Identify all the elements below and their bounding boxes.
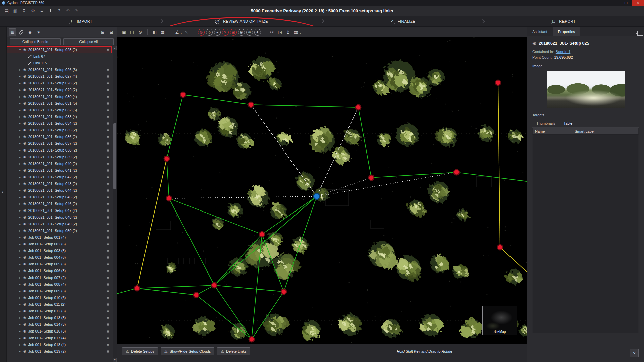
tree-expand-arrow-icon[interactable]: ▸ (18, 135, 22, 138)
import-data-icon[interactable]: ↧ (20, 7, 28, 15)
setup-marker-tool-icon[interactable]: ◎ (198, 29, 205, 36)
open-project-icon[interactable]: ▥ (11, 7, 19, 15)
tree-item[interactable]: ▸◉Job 001- Setup 002 (6)▣ (7, 241, 112, 247)
tree-item[interactable]: ▸◉Job 001- Setup 010 (6)▣ (7, 294, 112, 301)
bundle-view-icon[interactable]: ▦ (9, 28, 16, 36)
setup-node[interactable] (194, 292, 199, 298)
tree-item[interactable]: ▸◉Job 001- Setup 014 (3)▣ (7, 321, 112, 328)
tree-expand-arrow-icon[interactable]: ▾ (18, 48, 22, 51)
workflow-tab-import[interactable]: ↧IMPORT (0, 16, 161, 26)
setup-node[interactable] (454, 170, 459, 175)
workflow-tab-review[interactable]: ⊙REVIEW AND OPTIMIZE (161, 16, 322, 26)
setup-node[interactable] (164, 156, 169, 161)
tree-expand-arrow-icon[interactable]: ▸ (18, 229, 22, 232)
setup-node[interactable] (166, 196, 172, 201)
collapse-all-button[interactable]: Collapse All (63, 38, 114, 45)
tree-expand-arrow-icon[interactable]: ▸ (18, 109, 22, 112)
sidebar-collapse-gutter[interactable]: ◂ (0, 27, 7, 362)
split-view-icon[interactable]: ◧ (151, 28, 159, 36)
tree-item[interactable]: ▸◉20180621_J01- Setup 047 (2)▣ (7, 207, 112, 214)
targets-tab-thumbnails[interactable]: Thumbnails (532, 120, 559, 127)
tree-expand-arrow-icon[interactable]: ▸ (18, 129, 22, 132)
tree-expand-arrow-icon[interactable]: ▸ (18, 276, 22, 279)
tree-expand-arrow-icon[interactable]: ▸ (18, 290, 22, 293)
layout-menu-icon-caret-icon[interactable]: ▾ (300, 32, 301, 35)
tree-item[interactable]: ▸◉20180621_J01- Setup 032 (5)▣ (7, 107, 112, 113)
tree-expand-arrow-icon[interactable]: ▸ (18, 169, 22, 172)
cloud-tool-icon[interactable]: ☁ (214, 29, 221, 36)
tree-expand-arrow-icon[interactable]: ▸ (18, 176, 22, 179)
tree-item[interactable]: ▸◉20180621_J01- Setup 043 (2)▣ (7, 180, 112, 187)
tree-item[interactable]: ▸◉Job 001- Setup 018 (4)▣ (7, 341, 112, 348)
tree-expand-arrow-icon[interactable]: ▸ (18, 82, 22, 85)
setup-node[interactable] (495, 80, 501, 85)
info-icon[interactable]: ℹ (46, 7, 54, 15)
expand-all-icon[interactable]: ⊞ (99, 28, 106, 36)
setup-node[interactable] (497, 245, 503, 250)
tree-expand-arrow-icon[interactable]: ▸ (18, 149, 22, 152)
scroll-up-icon[interactable]: ▲ (113, 46, 117, 50)
tree-item[interactable]: ▸◉Job 001- Setup 011 (2)▣ (7, 301, 112, 308)
measure-icon-caret-icon[interactable]: ▾ (181, 32, 182, 35)
fit-view-icon[interactable]: ◳ (276, 28, 284, 36)
tree-item[interactable]: ▸◉20180621_J01- Setup 037 (2)▣ (7, 140, 112, 147)
panel-tab-assistant[interactable]: Assistant (527, 27, 553, 36)
redo-icon[interactable]: ↷ (72, 7, 80, 15)
close-button[interactable]: × (632, 0, 644, 6)
workflow-tab-report[interactable]: ▤REPORT (483, 16, 644, 26)
tree-expand-arrow-icon[interactable]: ▸ (18, 122, 22, 125)
tree-expand-arrow-icon[interactable]: ▸ (18, 75, 22, 78)
matrix-view-icon[interactable]: ▦ (159, 28, 167, 36)
undo-icon[interactable]: ↶ (64, 7, 72, 15)
pointer-icon[interactable]: ↖ (183, 28, 191, 36)
optimize-icon[interactable]: ✶ (35, 28, 42, 36)
scroll-down-icon[interactable]: ▼ (113, 358, 117, 362)
bundle-link[interactable]: Bundle 1 (556, 50, 570, 54)
copy-view-icon[interactable]: ▣ (120, 28, 128, 36)
tree-item[interactable]: ▸◉Job 001- Setup 006 (3)▣ (7, 267, 112, 274)
tree-item[interactable]: ▸◉20180621_J01- Setup 033 (4)▣ (7, 113, 112, 120)
delete-setups-button[interactable]: ⚠Delete Setups (122, 347, 158, 355)
point-cloud-view[interactable]: SiteMap (117, 37, 527, 344)
tree-link-item[interactable]: Link 115 (7, 60, 112, 66)
minimize-button[interactable]: – (608, 0, 620, 6)
help-icon[interactable]: ? (55, 7, 63, 15)
tree-expand-arrow-icon[interactable]: ▸ (18, 269, 22, 273)
pano-person-tool-icon[interactable]: ♟ (254, 29, 261, 36)
tree-item[interactable]: ▸◉Job 001- Setup 012 (3)▣ (7, 308, 112, 314)
panel-layout-icon[interactable] (636, 29, 641, 34)
tree-item[interactable]: ▸◉Job 001- Setup 004 (6)▣ (7, 254, 112, 261)
tree-item[interactable]: ▸◉20180621_J01- Setup 045 (2)▣ (7, 194, 112, 200)
tree-expand-arrow-icon[interactable]: ▸ (18, 223, 22, 226)
targets-tab-table[interactable]: Table (559, 120, 576, 127)
tree-item[interactable]: ▸◉Job 001- Setup 003 (5)▣ (7, 247, 112, 254)
collapse-tree-icon[interactable]: ⊟ (108, 28, 115, 36)
collapse-bundle-button[interactable]: Collapse Bundle (10, 38, 61, 45)
setup-node[interactable] (180, 92, 186, 97)
tree-expand-arrow-icon[interactable]: ▸ (18, 303, 22, 306)
tree-expand-arrow-icon[interactable]: ▸ (18, 337, 22, 340)
tree-expand-arrow-icon[interactable]: ▸ (18, 162, 22, 165)
tree-item[interactable]: ▾◉20180621_J01- Setup 025 (2)▣ (7, 46, 112, 53)
tree-item[interactable]: ▸◉20180621_J01- Setup 027 (4)▣ (7, 73, 112, 80)
sitemap-inset[interactable]: SiteMap (482, 306, 517, 335)
tree-item[interactable]: ▸◉Job 001- Setup 008 (4)▣ (7, 281, 112, 288)
tree-expand-arrow-icon[interactable]: ▸ (18, 249, 22, 252)
tree-item[interactable]: ▸◉20180621_J01- Setup 036 (2)▣ (7, 133, 112, 140)
tree-item[interactable]: ▸◉20180621_J01- Setup 030 (4)▣ (7, 93, 112, 100)
setup-node[interactable] (369, 175, 374, 180)
tree-item[interactable]: ▸◉Job 001- Setup 016 (3)▣ (7, 328, 112, 335)
camera-tool-icon[interactable]: ◉ (238, 29, 245, 36)
tree-item[interactable]: ▸◉20180621_J01- Setup 041 (2)▣ (7, 167, 112, 174)
tree-expand-arrow-icon[interactable]: ▸ (18, 323, 22, 326)
tree-expand-arrow-icon[interactable]: ▸ (18, 209, 22, 212)
tree-expand-arrow-icon[interactable]: ▸ (18, 156, 22, 159)
tree-item[interactable]: ▸◉20180621_J01- Setup 048 (2)▣ (7, 214, 112, 221)
tree-expand-arrow-icon[interactable]: ▸ (18, 102, 22, 105)
location-tool-icon[interactable]: ⊕ (246, 29, 253, 36)
tree-item[interactable]: ▸◉20180621_J01- Setup 046 (2)▣ (7, 200, 112, 207)
tree-item[interactable]: ▸◉20180621_J01- Setup 031 (5)▣ (7, 100, 112, 107)
toggle-setup-clouds-button[interactable]: ⚠Show/Hide Setup Clouds (161, 347, 214, 355)
tree-expand-arrow-icon[interactable]: ▸ (18, 88, 22, 92)
tree-item[interactable]: ▸◉20180621_J01- Setup 039 (2)▣ (7, 154, 112, 160)
